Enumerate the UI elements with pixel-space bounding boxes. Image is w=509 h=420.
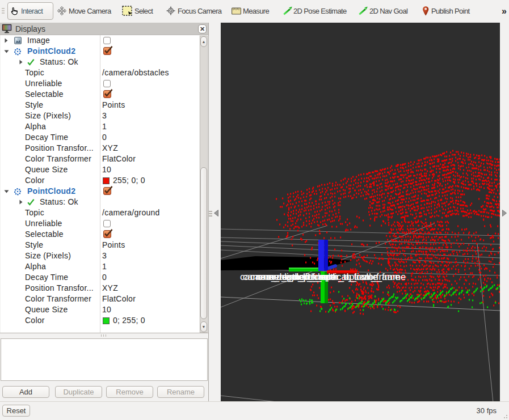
svg-text:camera_link: camera_link [267,271,318,282]
